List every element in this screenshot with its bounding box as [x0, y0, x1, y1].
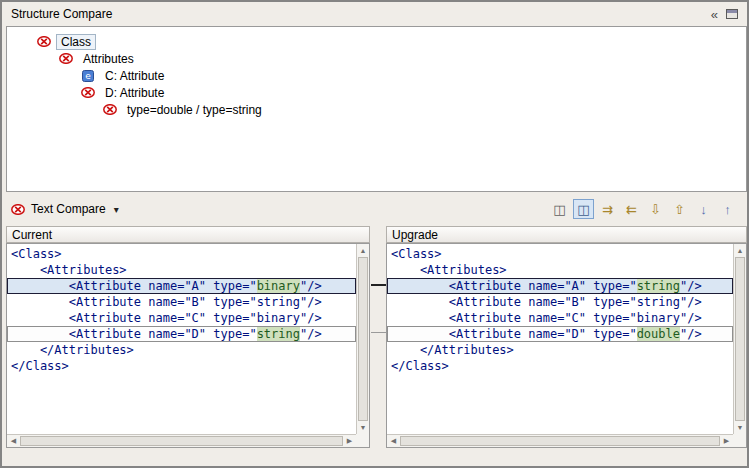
- tree-item-label: Attributes: [78, 51, 139, 67]
- change-icon: [35, 36, 53, 47]
- right-horizontal-scrollbar[interactable]: ◀ ▶: [387, 434, 733, 447]
- right-code[interactable]: <Class> <Attributes> <Attribute name="A"…: [387, 244, 733, 434]
- code-line[interactable]: <Class>: [387, 246, 733, 262]
- tree-item-label: type=double / type=string: [122, 102, 267, 118]
- change-icon: [79, 87, 97, 98]
- text-compare-toolbar: ◫◫⇉⇇⇩⇧↓↑: [549, 199, 738, 219]
- scroll-up-icon[interactable]: ▲: [734, 244, 746, 257]
- change-icon: [57, 53, 75, 64]
- diff-connector-selected: [371, 284, 386, 286]
- code-line[interactable]: <Attribute name="D" type="double"/>: [387, 326, 733, 342]
- previous-change-icon[interactable]: ↑: [717, 199, 738, 219]
- change-icon: [101, 104, 119, 115]
- svg-text:e: e: [85, 71, 91, 81]
- scrollbar-corner: [356, 434, 369, 447]
- changed-token: string: [257, 327, 300, 341]
- tree-item[interactable]: type=double / type=string: [7, 101, 746, 118]
- code-line[interactable]: </Class>: [387, 358, 733, 374]
- scroll-down-icon[interactable]: ▼: [734, 421, 746, 434]
- scroll-thumb[interactable]: [400, 436, 720, 446]
- code-line[interactable]: </Attributes>: [387, 342, 733, 358]
- code-line[interactable]: <Attribute name="B" type="string"/>: [7, 294, 356, 310]
- changed-token: string: [637, 279, 680, 293]
- attribute-icon: e: [79, 70, 97, 82]
- left-code[interactable]: <Class> <Attributes> <Attribute name="A"…: [7, 244, 356, 434]
- diff-connector: [371, 332, 386, 333]
- scroll-up-icon[interactable]: ▲: [357, 244, 369, 257]
- minimize-icon[interactable]: «: [711, 8, 718, 21]
- diff-gutter: [371, 243, 386, 448]
- code-line[interactable]: <Attribute name="D" type="string"/>: [7, 326, 356, 342]
- next-change-icon[interactable]: ↓: [693, 199, 714, 219]
- copy-left-to-right-icon[interactable]: ⇉: [597, 199, 618, 219]
- changed-token: double: [637, 327, 680, 341]
- column-header-upgrade: Upgrade: [386, 226, 747, 243]
- left-pane: <Class> <Attributes> <Attribute name="A"…: [6, 243, 370, 448]
- right-pane: <Class> <Attributes> <Attribute name="A"…: [386, 243, 747, 448]
- right-vertical-scrollbar[interactable]: ▲ ▼: [733, 244, 746, 434]
- code-line[interactable]: <Attribute name="B" type="string"/>: [387, 294, 733, 310]
- copy-right-to-left-icon[interactable]: ⇇: [621, 199, 642, 219]
- changed-token: binary: [257, 279, 300, 293]
- tree-item[interactable]: D: Attribute: [7, 84, 746, 101]
- code-line[interactable]: <Attribute name="A" type="binary"/>: [7, 278, 356, 294]
- structure-compare-header: Structure Compare «: [4, 4, 745, 24]
- tree-item-label: C: Attribute: [100, 68, 169, 84]
- code-line[interactable]: <Class>: [7, 246, 356, 262]
- scroll-right-icon[interactable]: ▶: [720, 435, 733, 447]
- scroll-thumb[interactable]: [20, 436, 343, 446]
- ancestor-pane-icon[interactable]: ◫: [549, 199, 570, 219]
- code-line[interactable]: <Attributes>: [7, 262, 356, 278]
- structure-compare-title: Structure Compare: [11, 7, 112, 21]
- code-line[interactable]: </Class>: [7, 358, 356, 374]
- text-compare-header: Text Compare ▾ ◫◫⇉⇇⇩⇧↓↑: [4, 192, 745, 226]
- code-line[interactable]: <Attribute name="C" type="binary"/>: [7, 310, 356, 326]
- code-line[interactable]: <Attribute name="A" type="string"/>: [387, 278, 733, 294]
- tree-item[interactable]: eC: Attribute: [7, 67, 746, 84]
- compare-editor-window: Structure Compare « ClassAttributeseC: A…: [0, 0, 749, 468]
- tree-item[interactable]: Class: [7, 33, 746, 50]
- structure-tree: ClassAttributeseC: AttributeD: Attribute…: [6, 26, 747, 192]
- structure-header-icons: «: [711, 8, 738, 21]
- chevron-down-icon[interactable]: ▾: [114, 204, 119, 215]
- text-compare-title: Text Compare: [31, 202, 106, 216]
- scrollbar-corner: [733, 434, 746, 447]
- scroll-right-icon[interactable]: ▶: [343, 435, 356, 447]
- scroll-thumb[interactable]: [358, 257, 368, 421]
- left-horizontal-scrollbar[interactable]: ◀ ▶: [7, 434, 356, 447]
- maximize-icon[interactable]: [726, 9, 738, 19]
- left-vertical-scrollbar[interactable]: ▲ ▼: [356, 244, 369, 434]
- next-difference-icon[interactable]: ⇩: [645, 199, 666, 219]
- tree-item-label: D: Attribute: [100, 85, 169, 101]
- code-line[interactable]: <Attribute name="C" type="binary"/>: [387, 310, 733, 326]
- previous-difference-icon[interactable]: ⇧: [669, 199, 690, 219]
- change-icon: [11, 204, 25, 215]
- tree-item-label: Class: [56, 34, 96, 50]
- column-header-current: Current: [6, 226, 370, 243]
- code-line[interactable]: </Attributes>: [7, 342, 356, 358]
- scroll-left-icon[interactable]: ◀: [7, 435, 20, 447]
- tree-item[interactable]: Attributes: [7, 50, 746, 67]
- scroll-thumb[interactable]: [735, 257, 745, 421]
- sync-scrolling-icon[interactable]: ◫: [573, 199, 594, 219]
- scroll-left-icon[interactable]: ◀: [387, 435, 400, 447]
- code-line[interactable]: <Attributes>: [387, 262, 733, 278]
- scroll-down-icon[interactable]: ▼: [357, 421, 369, 434]
